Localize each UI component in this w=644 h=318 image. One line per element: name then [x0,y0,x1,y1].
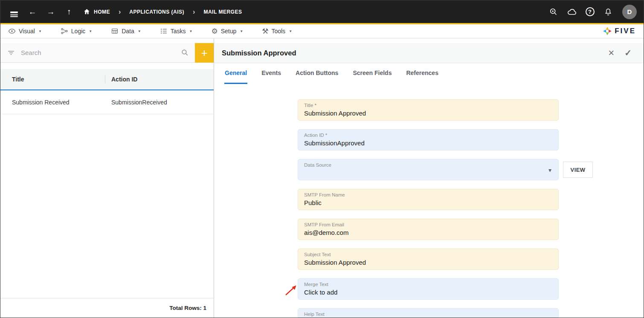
column-header-action-id[interactable]: Action ID [105,76,214,83]
field-title[interactable]: Title * Submission Approved [298,99,559,121]
menu-data[interactable]: Data ▼ [111,27,141,35]
red-arrow-annotation-icon [284,283,299,297]
search-icon[interactable] [177,49,193,57]
menu-setup[interactable]: ⚙ Setup ▼ [211,28,243,35]
field-title-value: Submission Approved [304,109,552,118]
tools-icon: ⚒ [262,28,268,35]
search-bar: + [0,43,214,63]
menu-tools-label: Tools [271,28,285,35]
five-logo-text: FIVE [615,27,636,35]
menu-icon[interactable] [7,5,21,19]
help-icon[interactable]: ? [583,5,597,19]
logic-flow-icon [61,27,68,35]
field-subject-text-value: Submission Approved [304,258,552,267]
field-title-label: Title * [304,103,552,108]
menu-setup-label: Setup [221,28,237,35]
table-footer: Total Rows: 1 [0,298,214,318]
field-smtp-from-email[interactable]: SMTP From Email ais@demo.com [298,219,559,240]
caret-down-icon: ▼ [89,29,92,33]
field-subject-text[interactable]: Subject Text Submission Approved [298,249,559,270]
breadcrumb-mail-merges[interactable]: MAIL MERGES [203,9,242,15]
caret-down-icon: ▼ [240,29,243,33]
tab-events[interactable]: Events [261,63,281,84]
app-menu-bar: Visual ▼ Logic ▼ Data ▼ Tasks ▼ ⚙ Setup … [0,24,644,38]
breadcrumb-applications[interactable]: APPLICATIONS (AIS) [129,9,184,15]
field-merge-text[interactable]: Merge Text Click to add [298,278,559,300]
list-panel: + Title Action ID Submission Received Su… [0,38,214,318]
caret-down-icon: ▼ [138,29,141,33]
table-header: Title Action ID [0,69,214,90]
close-icon[interactable]: × [603,47,619,59]
detail-form: Title * Submission Approved Action ID * … [214,84,644,318]
field-smtp-from-email-value: ais@demo.com [304,228,552,237]
detail-tabs: General Events Action Buttons Screen Fie… [214,63,644,84]
menu-tasks[interactable]: Tasks ▼ [160,27,193,35]
field-merge-text-value: Click to add [304,288,552,297]
menu-data-label: Data [122,28,134,35]
breadcrumb-separator-icon: › [193,8,195,16]
menu-visual[interactable]: Visual ▼ [8,27,42,35]
notifications-bell-icon[interactable] [601,5,615,19]
help-question-mark: ? [588,9,592,14]
table-body: Submission Received SubmissionReceived [0,90,214,298]
save-check-icon[interactable]: ✓ [619,48,637,58]
page-title: Submission Approved [222,49,296,57]
field-subject-text-label: Subject Text [304,252,552,257]
column-header-title[interactable]: Title [0,76,105,83]
field-action-id-value: SubmissionApproved [304,139,552,147]
field-help-text[interactable]: Help Text Click to add [298,308,559,318]
field-data-source-label: Data Source [304,162,552,168]
search-input[interactable] [21,49,177,56]
caret-down-icon: ▼ [289,29,292,33]
field-smtp-from-email-label: SMTP From Email [304,222,552,227]
breadcrumb-home-label: HOME [94,9,110,15]
app-window: ← → ↑ HOME › APPLICATIONS (AIS) › MAIL M… [0,0,644,318]
chevron-down-icon: ▾ [548,167,551,173]
tasks-list-icon [160,27,168,35]
field-smtp-from-name-label: SMTP From Name [304,192,552,197]
breadcrumb-home[interactable]: HOME [83,8,110,15]
up-icon[interactable]: ↑ [62,5,76,19]
breadcrumb-applications-label: APPLICATIONS (AIS) [129,9,184,15]
field-merge-text-label: Merge Text [304,282,552,287]
field-data-source[interactable]: Data Source ▾ [298,159,559,180]
total-rows-label: Total Rows: 1 [169,305,206,311]
forward-icon[interactable]: → [44,5,58,19]
tab-references[interactable]: References [406,63,439,84]
detail-panel: Submission Approved × ✓ General Events A… [214,38,644,318]
five-logo-mark-icon [603,26,612,36]
menu-tools[interactable]: ⚒ Tools ▼ [262,28,292,35]
caret-down-icon: ▼ [189,29,193,33]
menu-visual-label: Visual [19,28,35,35]
tab-action-buttons[interactable]: Action Buttons [295,63,339,84]
field-help-text-label: Help Text [304,312,552,317]
menu-logic[interactable]: Logic ▼ [61,27,92,35]
avatar[interactable]: D [622,5,637,19]
field-smtp-from-name[interactable]: SMTP From Name Public [298,189,559,210]
add-record-button[interactable]: + [195,43,214,63]
data-source-row: Data Source ▾ VIEW [298,159,644,180]
field-data-source-value [304,169,552,177]
row-action-id-cell: SubmissionReceived [105,99,214,106]
menu-tasks-label: Tasks [171,28,186,35]
menu-logic-label: Logic [71,28,85,35]
field-smtp-from-name-value: Public [304,199,552,207]
home-icon [83,8,90,15]
breadcrumb-mail-merges-label: MAIL MERGES [203,9,242,15]
row-title-cell: Submission Received [0,99,105,106]
field-action-id-label: Action ID * [304,133,552,138]
back-icon[interactable]: ← [26,5,39,19]
breadcrumb-separator-icon: › [119,8,121,16]
field-action-id[interactable]: Action ID * SubmissionApproved [298,129,559,150]
cloud-icon[interactable] [565,5,578,19]
data-table-icon [111,27,119,35]
main-content: + Title Action ID Submission Received Su… [0,38,644,318]
table-row[interactable]: Submission Received SubmissionReceived [0,90,214,114]
gear-icon: ⚙ [211,28,218,35]
tab-screen-fields[interactable]: Screen Fields [352,63,392,84]
filter-icon[interactable] [7,49,15,57]
view-button[interactable]: VIEW [563,162,593,178]
eye-icon [8,27,16,35]
preview-icon[interactable] [546,5,560,19]
tab-general[interactable]: General [224,63,247,84]
